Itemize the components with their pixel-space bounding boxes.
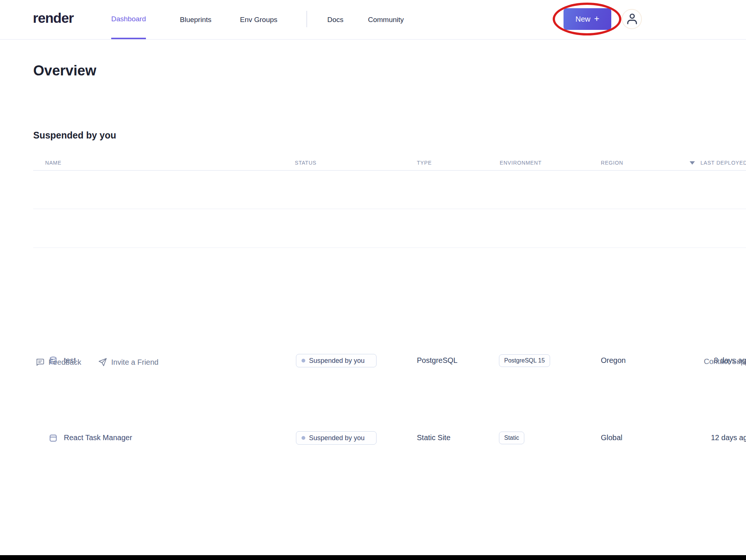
contact-support-label: Contact Support (704, 357, 746, 366)
status-badge-label: Suspended by you (309, 357, 365, 365)
table-header-row: NAME STATUS TYPE ENVIRONMENT REGION LAST… (33, 157, 746, 171)
account-menu-button[interactable] (622, 9, 642, 29)
invite-label: Invite a Friend (111, 358, 159, 367)
row-divider (33, 248, 746, 248)
last-deploy-time: 12 days ago (711, 433, 746, 442)
render-dashboard-screen: render Dashboard Blueprints Env Groups D… (0, 0, 746, 560)
service-region: Oregon (601, 356, 626, 365)
column-header-last-deploy[interactable]: LAST DEPLOYED (700, 160, 746, 166)
status-badge-label: Suspended by you (309, 434, 365, 442)
environment-badge-label: PostgreSQL 15 (504, 357, 545, 364)
person-icon (624, 11, 640, 27)
column-header-status[interactable]: STATUS (295, 160, 316, 166)
nav-item-env-groups[interactable]: Env Groups (240, 0, 277, 39)
service-type: Static Site (417, 433, 450, 442)
service-name-link[interactable]: React Task Manager (64, 433, 132, 442)
environment-badge-label: Static (504, 435, 519, 441)
bottom-black-bar (0, 555, 746, 560)
page-title: Overview (33, 63, 96, 79)
feedback-link[interactable]: Feedback (35, 357, 81, 367)
nav-divider (306, 11, 307, 27)
table-row-test[interactable]: test Suspended by you PostgreSQL Postgre… (0, 171, 746, 209)
column-header-region[interactable]: REGION (601, 160, 623, 166)
status-badge: Suspended by you (296, 354, 377, 367)
new-button[interactable]: New + (564, 8, 611, 30)
contact-support-link[interactable]: Contact Support (704, 357, 746, 366)
top-navigation-bar: render Dashboard Blueprints Env Groups D… (0, 0, 746, 40)
sort-descending-icon[interactable] (690, 161, 695, 165)
plus-icon: + (594, 13, 599, 24)
nav-item-docs[interactable]: Docs (327, 0, 343, 39)
section-title: Suspended by you (33, 130, 116, 141)
environment-badge: PostgreSQL 15 (499, 354, 550, 367)
column-header-type[interactable]: TYPE (417, 160, 432, 166)
render-logo[interactable]: render (33, 10, 74, 26)
feedback-label: Feedback (49, 358, 81, 367)
service-region: Global (601, 433, 622, 442)
environment-badge: Static (499, 432, 524, 444)
column-header-name[interactable]: NAME (45, 160, 62, 166)
table-row-react-task-manager[interactable]: React Task Manager Suspended by you Stat… (0, 209, 746, 248)
nav-item-dashboard[interactable]: Dashboard (111, 0, 146, 39)
status-dot-icon (302, 436, 305, 440)
invite-a-friend-link[interactable]: Invite a Friend (98, 357, 159, 367)
nav-item-blueprints[interactable]: Blueprints (180, 0, 212, 39)
nav-item-community[interactable]: Community (368, 0, 404, 39)
status-dot-icon (302, 359, 305, 363)
static-site-icon (48, 433, 58, 443)
feedback-bubble-icon (35, 357, 45, 367)
new-button-label: New (575, 15, 590, 24)
service-type: PostgreSQL (417, 356, 458, 365)
column-header-environment[interactable]: ENVIRONMENT (500, 160, 541, 166)
status-badge: Suspended by you (296, 431, 377, 445)
paper-plane-icon (98, 357, 107, 367)
